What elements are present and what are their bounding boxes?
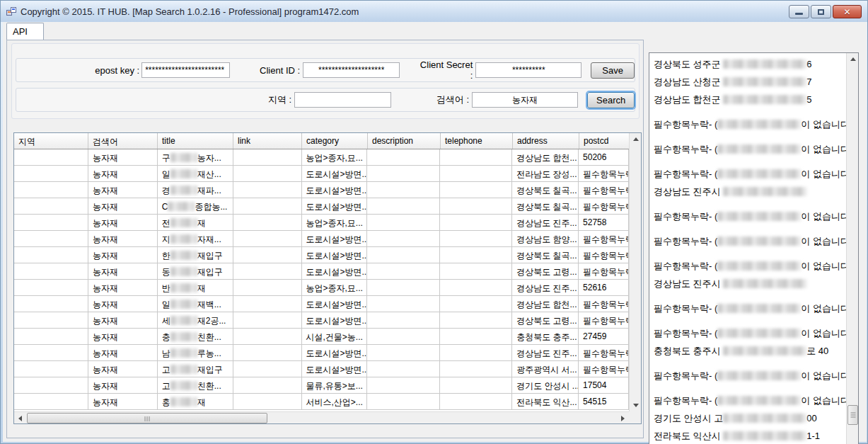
- log-scroll-up-button[interactable]: [847, 53, 859, 65]
- table-cell: [14, 296, 88, 312]
- column-header-1[interactable]: 검색어: [88, 133, 158, 149]
- log-scroll-thumb[interactable]: [847, 405, 858, 425]
- log-item[interactable]: 필수항목누락- (이 없습니다.).: [649, 256, 846, 274]
- log-item[interactable]: 필수항목누락- (이 없습니다.).: [649, 207, 846, 224]
- table-row[interactable]: 농자재일재산...도로시설>방면...전라남도 장성...필수항목누락: [14, 166, 629, 182]
- table-cell: [440, 296, 512, 312]
- table-row[interactable]: 농자재세재2공...도로시설>방면...경상북도 고령...필수항목누락: [14, 312, 629, 329]
- table-cell: 도로시설>방면...: [302, 263, 368, 279]
- table-row[interactable]: 농자재경재파...도로시설>방면...경상북도 칠곡...필수항목누락: [14, 182, 629, 198]
- horizontal-scroll-thumb[interactable]: [27, 413, 267, 423]
- table-cell: [440, 149, 512, 165]
- table-cell: 농자재: [88, 280, 158, 295]
- column-header-6[interactable]: telephone: [441, 133, 513, 149]
- log-item[interactable]: 필수항목누락- (이 없습니다.).: [649, 164, 846, 182]
- table-cell: [233, 312, 302, 328]
- table-cell: [233, 280, 302, 295]
- table-cell: 도로시설>방면...: [302, 182, 368, 198]
- table-row[interactable]: 농자재동재입구도로시설>방면...경상북도 고령...필수항목누락: [14, 263, 629, 280]
- region-input[interactable]: [294, 92, 391, 108]
- table-row[interactable]: 농자재충친환...시설,건물>농...충청북도 충주...27459: [14, 329, 629, 345]
- table-cell: [440, 361, 512, 377]
- log-item[interactable]: 필수항목누락- (이 없습니다.).: [649, 232, 846, 249]
- client-area: API epost key : Client ID : Client Secre…: [3, 22, 867, 442]
- table-cell: 농업>종자,묘...: [302, 215, 368, 230]
- table-row[interactable]: 농자재고친환...물류,유통>보...경기도 안성시 ...17504: [14, 377, 629, 394]
- table-cell: [367, 231, 440, 246]
- table-cell: [367, 166, 440, 181]
- table-row[interactable]: 농자재남루농...도로시설>방면...경상남도 진주...필수항목누락: [14, 345, 629, 361]
- table-row[interactable]: 농자재지자재...도로시설>방면...경상남도 함양...필수항목누락: [14, 231, 629, 247]
- table-row[interactable]: 농자재전재농업>종자,묘...경상남도 진주...52758: [14, 215, 629, 231]
- scroll-down-button[interactable]: [630, 399, 642, 411]
- scroll-left-button[interactable]: [14, 412, 26, 424]
- tab-api[interactable]: API: [6, 23, 44, 40]
- table-cell: [367, 263, 440, 279]
- log-item[interactable]: 필수항목누락- (이 없습니다.).: [649, 140, 846, 157]
- log-item[interactable]: 필수항목누락- (이 없습니다.).: [649, 299, 846, 317]
- table-cell: 농자재: [88, 361, 158, 377]
- log-item[interactable]: 필수항목누락- (이 없습니다.).: [649, 391, 846, 409]
- save-button[interactable]: Save: [591, 62, 635, 79]
- table-row[interactable]: 농자재구농자...농업>종자,묘...경상남도 합천...50206: [14, 149, 629, 166]
- table-row[interactable]: 농자재홍재서비스,산업>...전라북도 익산...54515: [14, 394, 629, 410]
- table-cell: [440, 231, 512, 246]
- log-item[interactable]: 필수항목누락- (이 없습니다.).: [649, 366, 846, 384]
- client-id-input[interactable]: [303, 62, 400, 78]
- table-row[interactable]: 농자재고재입구도로시설>방면...광주광역시 서...필수항목누락: [14, 361, 629, 377]
- redacted-text: [723, 346, 806, 355]
- titlebar[interactable]: Copyright © 2015. IT HUB. [Map Search 1.…: [1, 1, 867, 22]
- table-cell: 경상남도 진주...: [512, 215, 579, 230]
- close-button[interactable]: ✕: [833, 5, 862, 18]
- scroll-right-button[interactable]: [617, 412, 629, 424]
- log-item[interactable]: 충청북도 충주시 로 40: [649, 341, 846, 359]
- table-cell: [14, 166, 88, 181]
- log-listbox[interactable]: 경상북도 성주군 6경상남도 산청군 7경상남도 합천군 5필수항목누락- (이…: [649, 52, 859, 444]
- epost-key-input[interactable]: [141, 62, 230, 78]
- app-icon: [6, 7, 16, 16]
- redacted-text: [723, 95, 806, 104]
- table-row[interactable]: 농자재한재입구도로시설>방면...경상북도 칠곡...필수항목누락: [14, 247, 629, 263]
- redacted-text: [170, 283, 197, 292]
- log-item[interactable]: 필수항목누락- (이 없습니다.).: [649, 115, 846, 132]
- table-cell: [14, 361, 88, 377]
- table-cell: [367, 329, 440, 344]
- log-vertical-scrollbar[interactable]: [846, 53, 858, 444]
- log-item[interactable]: 경기도 안성시 고00: [649, 409, 846, 426]
- column-header-4[interactable]: category: [302, 133, 368, 149]
- table-cell: [440, 312, 512, 328]
- table-row[interactable]: 농자재C종합농...도로시설>방면...경상북도 칠곡...필수항목누락: [14, 198, 629, 215]
- column-header-2[interactable]: title: [158, 133, 233, 149]
- redacted-text: [170, 169, 197, 178]
- grid-horizontal-scrollbar[interactable]: [14, 411, 641, 423]
- minimize-button[interactable]: [789, 5, 809, 18]
- column-header-0[interactable]: 지역: [14, 133, 88, 149]
- keyword-input[interactable]: [472, 92, 578, 108]
- scroll-up-button[interactable]: [630, 133, 642, 145]
- table-cell: 전라남도 장성...: [512, 166, 579, 181]
- table-row[interactable]: 농자재일재백...도로시설>방면...경상남도 합천...필수항목누락: [14, 296, 629, 312]
- column-header-7[interactable]: address: [513, 133, 579, 149]
- grid-vertical-scrollbar[interactable]: [629, 133, 641, 411]
- log-item[interactable]: 필수항목누락- (이 없습니다.).: [649, 324, 846, 341]
- log-item[interactable]: 경상남도 진주시: [649, 274, 846, 292]
- log-item[interactable]: 경상남도 합천군 5: [649, 90, 846, 108]
- log-item[interactable]: 경상남도 진주시: [649, 182, 846, 200]
- table-cell: [14, 329, 88, 344]
- redacted-text: [723, 77, 806, 86]
- redacted-text: [717, 261, 801, 271]
- redacted-text: [717, 396, 801, 405]
- table-cell: 농자재: [88, 329, 158, 344]
- client-secret-input[interactable]: [475, 62, 581, 78]
- search-button[interactable]: Search: [587, 92, 635, 108]
- column-header-5[interactable]: description: [368, 133, 441, 149]
- log-item[interactable]: 경상남도 산청군 7: [649, 72, 846, 90]
- table-cell: [233, 215, 302, 230]
- log-item[interactable]: 경상북도 성주군 6: [649, 55, 846, 72]
- table-cell: 농업>종자,묘...: [302, 280, 368, 295]
- log-item[interactable]: 전라북도 익산시 1-1: [649, 426, 846, 444]
- maximize-button[interactable]: [811, 5, 831, 18]
- column-header-8[interactable]: postcd: [579, 133, 630, 149]
- table-row[interactable]: 농자재반재농업>종자,묘...경상남도 진주...52616: [14, 280, 629, 296]
- column-header-3[interactable]: link: [233, 133, 302, 149]
